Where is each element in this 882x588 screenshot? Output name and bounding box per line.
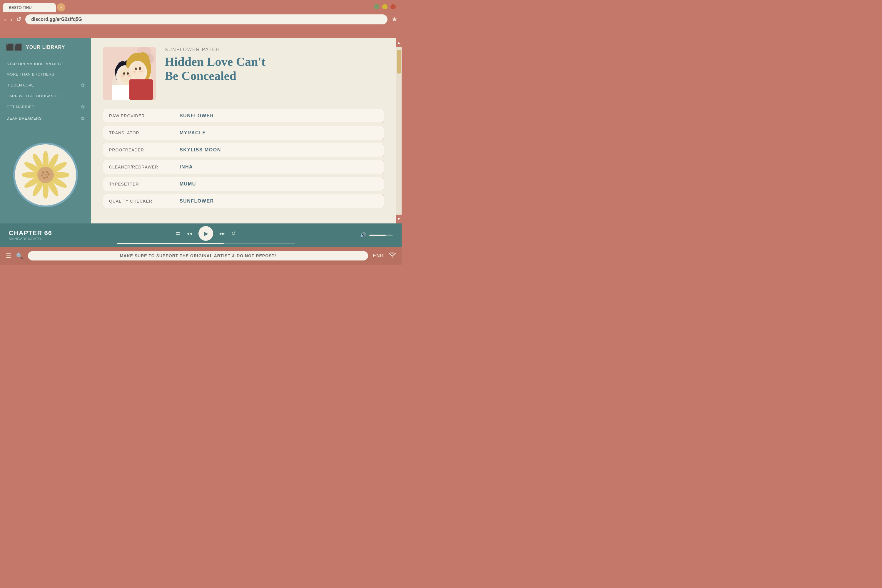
heart-icon-2: ✿ [81,104,85,110]
credit-row-typesetter: TYPESETTER MUMU [103,177,384,191]
close-button[interactable] [390,4,396,9]
sidebar: ⬛⬛ YOUR LIBRARY STAR DREAM IDOL PROJECT … [0,38,91,224]
main-area: ⬛⬛ YOUR LIBRARY STAR DREAM IDOL PROJECT … [0,38,402,224]
address-bar-row: ‹ › ↺ discord.gg/erG2zffq5G ★ [0,12,402,27]
svg-point-18 [41,175,43,177]
credit-value-qc: SUNFLOWER [174,194,220,208]
credit-row-cleaner: CLEANER/REDRAWER INHA [103,160,384,174]
player-controls: ⇄ ◂◂ ▶ ▸▸ ↺ [58,226,354,244]
credits-table: RAW PROVIDER SUNFLOWER TRANSLATOR MYRACL… [103,109,384,208]
cover-art-svg [103,47,156,100]
svg-point-31 [135,68,137,70]
sidebar-item-get-married[interactable]: GET MARRIED ✿ [0,101,91,112]
manga-header: SUNFLOWER PATCH Hidden Love Can't Be Con… [103,47,384,100]
svg-point-29 [123,72,125,75]
notice-bar: MAKE SURE TO SUPPORT THE ORIGINAL ARTIST… [28,251,368,261]
credit-value-proofreader: SKYLISS MOON [174,143,227,157]
sidebar-item-label: STAR DREAM IDOL PROJECT [6,62,63,66]
svg-point-32 [139,68,141,70]
credit-label-raw: RAW PROVIDER [103,110,174,122]
refresh-button[interactable]: ↺ [16,16,21,23]
back-button[interactable]: ‹ [4,16,6,23]
repeat-button[interactable]: ↺ [231,230,236,237]
svg-point-33 [121,75,124,77]
volume-fill [369,235,386,236]
control-buttons: ⇄ ◂◂ ▶ ▸▸ ↺ [176,226,236,241]
manga-title: Hidden Love Can't Be Concealed [165,55,384,83]
content-area: SUNFLOWER PATCH Hidden Love Can't Be Con… [91,38,396,224]
svg-point-19 [45,174,46,176]
svg-point-13 [42,171,44,174]
scanlator-name: SUNFLOWER PATCH [165,47,384,52]
scrollbar-track: ▲ ▼ [396,38,402,224]
play-button[interactable]: ▶ [198,226,213,241]
new-tab-button[interactable]: + [57,3,65,12]
scroll-down-button[interactable]: ▼ [396,214,402,224]
next-button[interactable]: ▸▸ [220,230,225,237]
svg-point-16 [46,176,48,178]
search-icon[interactable]: 🔍 [16,252,23,259]
maximize-button[interactable] [382,4,387,9]
heart-icon-3: ✿ [81,116,85,121]
notice-text: MAKE SURE TO SUPPORT THE ORIGINAL ARTIST… [120,254,276,258]
sunflower-svg [22,152,69,198]
credit-row-translator: TRANSLATOR MYRACLE [103,126,384,140]
svg-point-28 [130,62,145,79]
address-bar[interactable]: discord.gg/erG2zffq5G [25,14,387,24]
svg-point-15 [47,173,50,176]
svg-rect-38 [129,80,153,100]
svg-point-17 [43,177,46,179]
credit-label-proofreader: PROOFREADER [103,144,174,156]
bottom-bar: ☰ 🔍 MAKE SURE TO SUPPORT THE ORIGINAL AR… [0,247,402,265]
prev-button[interactable]: ◂◂ [187,230,192,237]
sidebar-item-label: HIDDEN LOVE [6,83,34,87]
credit-value-cleaner: INHA [174,160,199,174]
manga-info: SUNFLOWER PATCH Hidden Love Can't Be Con… [165,47,384,100]
sidebar-item-label: DEAR DREAMERS [6,116,42,120]
volume-icon: 🔊 [360,232,366,238]
credit-label-qc: QUALITY CHECKER [103,195,174,208]
sidebar-item-label: MORE THAN BROTHERS [6,72,54,76]
svg-point-34 [127,75,131,77]
content-scroll-wrapper: SUNFLOWER PATCH Hidden Love Can't Be Con… [91,38,402,224]
svg-point-14 [46,171,48,173]
chapter-number: CHAPTER 66 [9,230,52,237]
language-button[interactable]: ENG [373,253,384,258]
sidebar-item-star-dream[interactable]: STAR DREAM IDOL PROJECT [0,59,91,69]
scroll-up-button[interactable]: ▲ [396,38,402,47]
sidebar-item-more-than-brothers[interactable]: MORE THAN BROTHERS [0,69,91,80]
volume-bar[interactable] [369,235,393,236]
scroll-thumb[interactable] [397,50,401,74]
sidebar-items: STAR DREAM IDOL PROJECT MORE THAN BROTHE… [0,57,91,126]
sidebar-item-label: GET MARRIED [6,105,35,109]
credit-row-raw: RAW PROVIDER SUNFLOWER [103,109,384,123]
sidebar-item-hidden-love[interactable]: HIDDEN LOVE ✿ [0,80,91,91]
heart-icon: ✿ [81,82,85,88]
minimize-button[interactable] [374,4,379,9]
credit-value-translator: MYRACLE [174,126,212,140]
bookmark-button[interactable]: ★ [392,16,398,23]
library-icon: ⬛⬛ [6,44,22,51]
svg-point-35 [133,71,136,73]
library-header: ⬛⬛ YOUR LIBRARY [0,38,91,57]
credit-label-typesetter: TYPESETTER [103,178,174,190]
svg-point-30 [127,72,129,75]
shuffle-button[interactable]: ⇄ [176,230,180,237]
volume-control: 🔊 [360,232,393,238]
sidebar-item-dear-dreamers[interactable]: DEAR DREAMERS ✿ [0,112,91,124]
cover-art [103,47,156,100]
credit-value-raw: SUNFLOWER [174,109,220,123]
wifi-icon [388,252,396,259]
sidebar-logo [0,126,91,224]
library-label: YOUR LIBRARY [26,45,65,50]
player-bar: CHAPTER 66 MANGADEX/BATO ⇄ ◂◂ ▶ ▸▸ ↺ 🔊 [0,224,402,247]
sidebar-item-carp[interactable]: CARP WITH A THOUSAND E... [0,91,91,101]
chapter-source: MANGADEX/BATO [9,237,52,241]
menu-icon[interactable]: ☰ [6,252,11,259]
browser-chrome: BESTO TINU + ‹ › ↺ discord.gg/erG2zffq5G… [0,0,402,38]
tab-label: BESTO TINU [9,5,32,10]
active-tab[interactable]: BESTO TINU [3,3,56,12]
credit-label-cleaner: CLEANER/REDRAWER [103,160,174,174]
progress-bar[interactable] [117,243,295,244]
forward-button[interactable]: › [10,16,12,23]
